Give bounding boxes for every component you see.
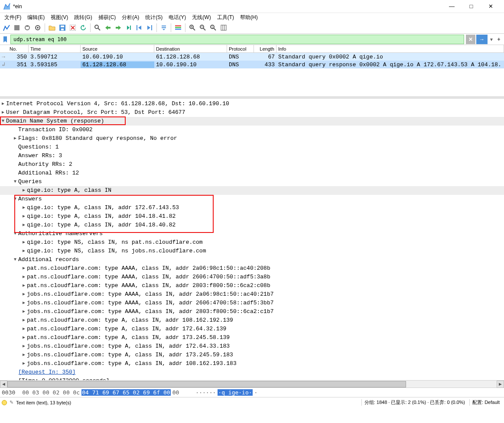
tree-item[interactable]: ▶qige.io: type NS, class IN, ns jobs.ns.… <box>0 247 504 255</box>
menu-statistics[interactable]: 统计(S) <box>143 13 165 22</box>
menu-view[interactable]: 视图(V) <box>48 13 71 22</box>
collapse-icon[interactable]: ▼ <box>0 117 6 126</box>
scroll-thumb[interactable] <box>7 381 406 387</box>
tree-item[interactable]: ▶pat.ns.cloudflare.com: type A, class IN… <box>0 316 504 325</box>
zoom-in-icon[interactable] <box>188 23 197 32</box>
tree-item-link[interactable]: [Request In: 350] <box>0 368 504 377</box>
col-protocol[interactable]: Protocol <box>227 45 254 52</box>
go-to-packet-icon[interactable] <box>124 23 133 32</box>
expand-icon[interactable]: ▶ <box>21 238 27 247</box>
collapse-icon[interactable]: ▼ <box>12 195 18 203</box>
collapse-icon[interactable]: ▼ <box>12 255 18 264</box>
tree-item[interactable]: ▶jobs.ns.cloudflare.com: type A, class I… <box>0 359 504 368</box>
expand-icon[interactable]: ▶ <box>0 100 6 108</box>
packet-row[interactable]: → 350 3.590712 10.60.190.10 61.128.128.6… <box>0 53 504 61</box>
menu-file[interactable]: 文件(F) <box>2 13 24 22</box>
expand-icon[interactable]: ▶ <box>21 264 27 273</box>
details-h-scrollbar[interactable]: ◀ ▶ <box>0 380 504 387</box>
tree-item[interactable]: Answer RRs: 3 <box>0 152 504 160</box>
tree-item[interactable]: Questions: 1 <box>0 143 504 152</box>
tree-item[interactable]: ▶User Datagram Protocol, Src Port: 53, D… <box>0 108 504 117</box>
menu-tools[interactable]: 工具(T) <box>215 13 237 22</box>
tree-item-dns[interactable]: ▼Domain Name System (response) <box>0 117 504 126</box>
tree-item[interactable]: ▶jobs.ns.cloudflare.com: type A, class I… <box>0 342 504 351</box>
status-profile[interactable]: 配置: Default <box>469 399 502 406</box>
tree-item[interactable]: [Time: 0.002473000 seconds] <box>0 377 504 380</box>
tree-item[interactable]: ▶pat.ns.cloudflare.com: type AAAA, class… <box>0 273 504 281</box>
filter-bookmark-icon[interactable] <box>2 35 9 44</box>
expand-icon[interactable]: ▶ <box>21 281 27 290</box>
tree-item[interactable]: ▶pat.ns.cloudflare.com: type A, class IN… <box>0 325 504 333</box>
save-file-icon[interactable] <box>58 23 67 32</box>
tree-item[interactable]: ▶Internet Protocol Version 4, Src: 61.12… <box>0 100 504 108</box>
expand-icon[interactable]: ▶ <box>21 212 27 221</box>
col-no[interactable]: No. <box>8 45 29 52</box>
zoom-out-icon[interactable] <box>198 23 208 32</box>
packet-row-selected[interactable]: ↲ 351 3.593185 61.128.128.68 10.60.190.1… <box>0 61 504 68</box>
filter-history-dropdown[interactable]: ▾ <box>488 35 494 44</box>
tree-item[interactable]: ▶qige.io: type A, class IN <box>0 186 504 195</box>
menu-edit[interactable]: 编辑(E) <box>25 13 47 22</box>
col-destination[interactable]: Destination <box>154 45 227 52</box>
hex-view[interactable]: 0030 00 03 00 02 00 0c 04 71 69 67 65 02… <box>0 387 504 397</box>
expand-icon[interactable]: ▶ <box>21 203 27 212</box>
col-source[interactable]: Source <box>81 45 154 52</box>
tree-item[interactable]: ▶qige.io: type NS, class IN, ns pat.ns.c… <box>0 238 504 247</box>
add-filter-button[interactable]: + <box>495 35 502 44</box>
go-last-icon[interactable] <box>145 23 154 32</box>
expand-icon[interactable]: ▶ <box>21 359 27 368</box>
collapse-icon[interactable]: ▼ <box>12 229 18 238</box>
go-first-icon[interactable] <box>134 23 144 32</box>
tree-item[interactable]: ▼Authoritative nameservers <box>0 229 504 238</box>
expand-icon[interactable]: ▶ <box>0 108 6 117</box>
tree-item[interactable]: Authority RRs: 2 <box>0 160 504 169</box>
tree-item[interactable]: ▼Answers <box>0 195 504 203</box>
expert-info-icon[interactable] <box>2 400 7 405</box>
minimize-button[interactable]: — <box>442 0 462 13</box>
expand-icon[interactable]: ▶ <box>21 342 27 351</box>
maximize-button[interactable]: □ <box>462 0 481 13</box>
capture-options-icon[interactable] <box>33 23 42 32</box>
scroll-right-icon[interactable]: ▶ <box>497 381 504 388</box>
tree-item[interactable]: ▼Additional records <box>0 255 504 264</box>
tree-item[interactable]: ▶jobs.ns.cloudflare.com: type A, class I… <box>0 351 504 359</box>
expand-icon[interactable]: ▶ <box>21 299 27 307</box>
go-forward-icon[interactable] <box>114 23 123 32</box>
colorize-icon[interactable] <box>173 23 183 32</box>
reload-icon[interactable] <box>78 23 88 32</box>
scroll-track[interactable] <box>7 381 497 388</box>
tree-item[interactable]: ▶Flags: 0x8180 Standard query response, … <box>0 134 504 143</box>
tree-item[interactable]: ▶jobs.ns.cloudflare.com: type AAAA, clas… <box>0 307 504 316</box>
expand-icon[interactable]: ▶ <box>21 307 27 316</box>
col-length[interactable]: Length <box>254 45 276 52</box>
tree-item[interactable]: ▶jobs.ns.cloudflare.com: type AAAA, clas… <box>0 290 504 299</box>
auto-scroll-icon[interactable] <box>159 23 169 32</box>
col-time[interactable]: Time <box>29 45 81 52</box>
col-info[interactable]: Info <box>276 45 504 52</box>
close-file-icon[interactable] <box>68 23 78 32</box>
tree-item[interactable]: Additional RRs: 12 <box>0 169 504 178</box>
tree-item[interactable]: ▼Queries <box>0 178 504 186</box>
apply-filter-button[interactable]: → <box>476 35 488 44</box>
menu-help[interactable]: 帮助(H) <box>237 13 260 22</box>
menu-go[interactable]: 跳转(G) <box>72 13 94 22</box>
packet-list[interactable]: → 350 3.590712 10.60.190.10 61.128.128.6… <box>0 53 504 68</box>
expand-icon[interactable]: ▶ <box>21 351 27 359</box>
expand-icon[interactable]: ▶ <box>21 333 27 342</box>
clear-filter-button[interactable]: ✕ <box>466 35 475 44</box>
menu-capture[interactable]: 捕获(C) <box>96 13 119 22</box>
close-button[interactable]: ✕ <box>481 0 501 13</box>
expand-icon[interactable]: ▶ <box>21 325 27 333</box>
tree-item[interactable]: ▶qige.io: type A, class IN, addr 104.18.… <box>0 212 504 221</box>
packet-details[interactable]: ▶Internet Protocol Version 4, Src: 61.12… <box>0 99 504 380</box>
tree-item[interactable]: ▶qige.io: type A, class IN, addr 172.67.… <box>0 203 504 212</box>
resize-columns-icon[interactable] <box>219 23 228 32</box>
edit-icon[interactable]: ✎ <box>10 400 13 405</box>
find-packet-icon[interactable] <box>93 23 102 32</box>
expand-icon[interactable]: ▶ <box>21 247 27 255</box>
expand-icon[interactable]: ▶ <box>21 273 27 281</box>
start-capture-icon[interactable] <box>2 23 11 32</box>
expand-icon[interactable]: ▶ <box>21 290 27 299</box>
tree-item[interactable]: ▶pat.ns.cloudflare.com: type AAAA, class… <box>0 281 504 290</box>
expand-icon[interactable]: ▶ <box>21 316 27 325</box>
